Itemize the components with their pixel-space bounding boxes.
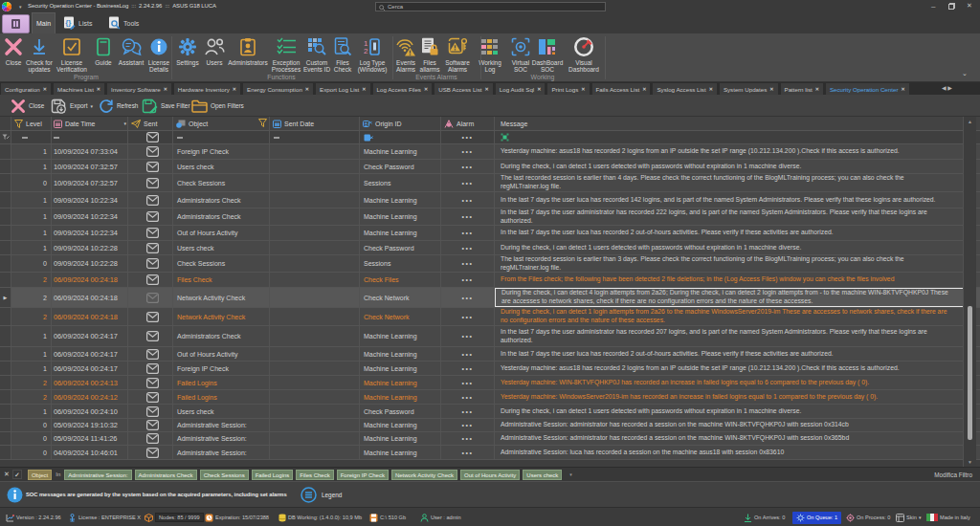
svg-text:B: B xyxy=(365,121,368,126)
svg-text:{}: {} xyxy=(65,18,71,27)
svg-text:2: 2 xyxy=(364,47,368,55)
